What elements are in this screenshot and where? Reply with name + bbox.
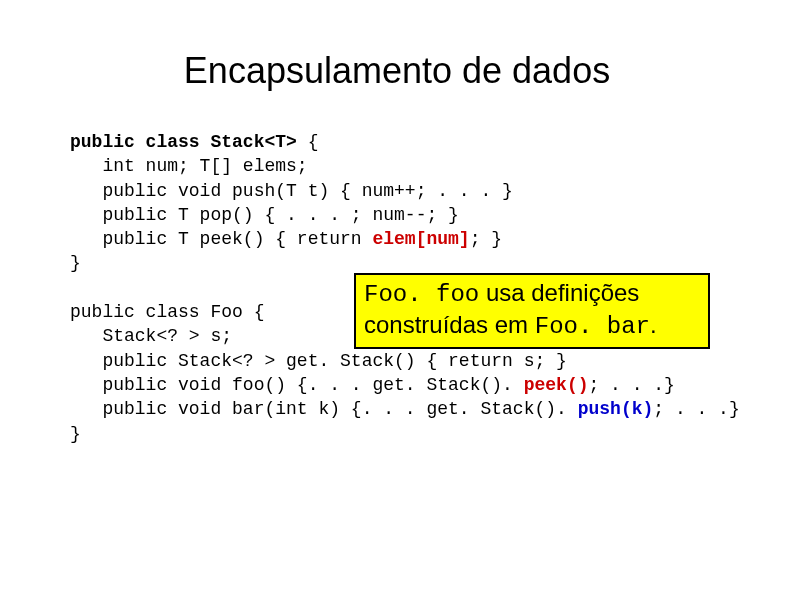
code-line: { [297,132,319,152]
code-line: public class Stack<T> [70,132,297,152]
code-highlight-red: peek() [524,375,589,395]
code-line: public T peek() { return [70,229,372,249]
code-line: } [70,253,81,273]
code-line: public void foo() {. . . get. Stack(). [70,375,524,395]
code-line: public class Foo { [70,302,264,322]
code-line: public Stack<? > get. Stack() { return s… [70,351,567,371]
callout-code: Foo. foo [364,281,479,308]
code-highlight-red: elem[num] [372,229,469,249]
code-line: public void push(T t) { num++; . . . } [70,181,513,201]
code-line: ; . . .} [653,399,739,419]
slide-container: Encapsulamento de dados public class Sta… [0,0,794,595]
callout-box: Foo. foo usa definições construídas em F… [354,273,710,349]
code-line: public T pop() { . . . ; num--; } [70,205,459,225]
callout-code: Foo. bar [535,313,650,340]
code-line: ; } [470,229,502,249]
code-line: int num; T[] elems; [70,156,308,176]
code-line: } [70,424,81,444]
code-line: public void bar(int k) {. . . get. Stack… [70,399,578,419]
callout-text: . [650,311,657,338]
slide-title: Encapsulamento de dados [70,50,724,92]
code-line: Stack<? > s; [70,326,232,346]
code-line: ; . . .} [589,375,675,395]
code-highlight-blue: push(k) [578,399,654,419]
